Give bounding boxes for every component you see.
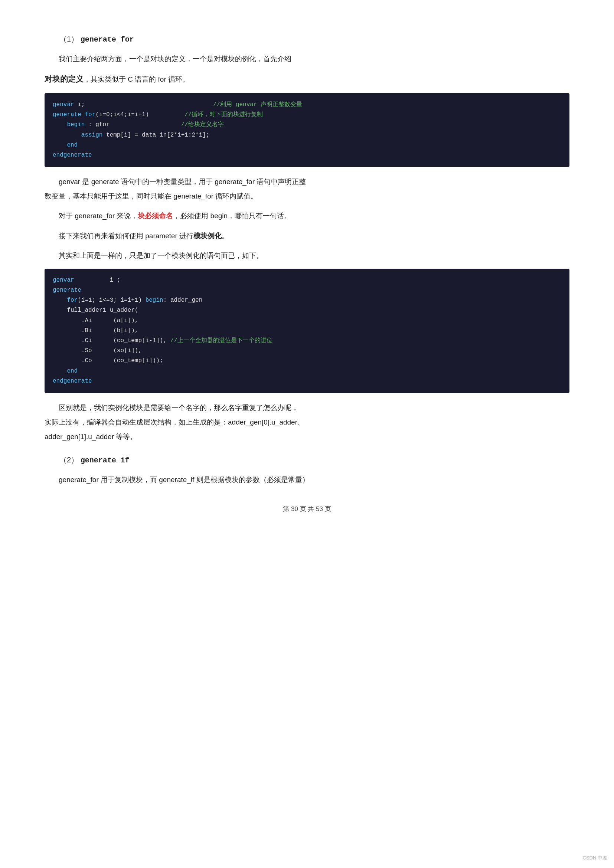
para2: genvar 是 generate 语句中的一种变量类型，用于 generate… [45, 175, 569, 188]
para4: 接下来我们再来看如何使用 parameter 进行模块例化。 [45, 229, 569, 242]
para1-line1: 我们主要介绍两方面，一个是对块的定义，一个是对模块的例化，首先介绍 [45, 52, 569, 65]
para2b: 数变量，基本只能用于这里，同时只能在 generate_for 循环内赋值。 [45, 190, 569, 203]
watermark: CSDN 中差 [583, 855, 607, 861]
section2-paren: （2） [59, 456, 78, 464]
para3: 对于 generate_for 来说，块必须命名，必须使用 begin，哪怕只有… [45, 209, 569, 222]
para7: generate_for 用于复制模块，而 generate_if 则是根据模块… [45, 473, 569, 486]
code-block-1: genvar i; //利用 genvar 声明正整数变量 generate f… [45, 93, 569, 167]
para5: 其实和上面是一样的，只是加了一个模块例化的语句而已，如下。 [45, 249, 569, 262]
code-block-2: genvar i ; generate for(i=1; i<=3; i=i+1… [45, 269, 569, 393]
section1-header: （1） generate_for [59, 34, 569, 44]
page-footer: 第 30 页 共 53 页 [45, 505, 569, 513]
para6c: adder_gen[1].u_adder 等等。 [45, 430, 569, 443]
para1-bold: 对块的定义 [45, 74, 84, 83]
para6b: 实际上没有，编译器会自动生成层次结构，如上生成的是：adder_gen[0].u… [45, 415, 569, 429]
para1-rest: ，其实类似于 C 语言的 for 循环。 [84, 75, 189, 83]
section2-funcname: generate_if [81, 456, 130, 465]
para6a: 区别就是，我们实例化模块是需要给一个名字的，那么名字重复了怎么办呢， [45, 401, 569, 414]
code2-pre: genvar i ; generate for(i=1; i<=3; i=i+1… [53, 275, 561, 386]
section2-header: （2） generate_if [59, 455, 569, 465]
section1-funcname: generate_for [81, 35, 134, 44]
section1-paren: （1） [59, 35, 78, 43]
code1-pre: genvar i; //利用 genvar 声明正整数变量 generate f… [53, 100, 561, 160]
para1-line2: 对块的定义，其实类似于 C 语言的 for 循环。 [45, 72, 569, 87]
